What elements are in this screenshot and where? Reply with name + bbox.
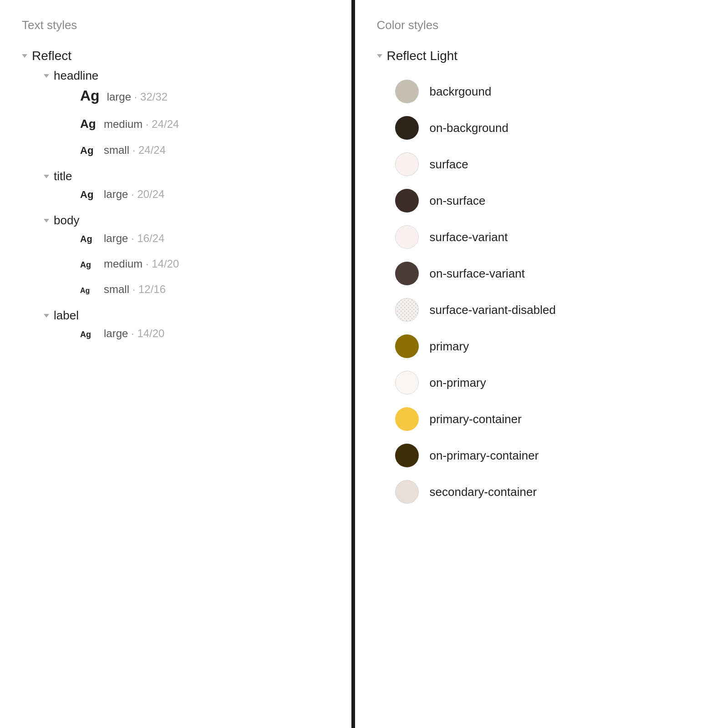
headline-small-item: Ag small · 24/24 [80, 144, 330, 157]
color-label-on-surface-variant: on-surface-variant [430, 267, 525, 281]
headline-small-ag: Ag [80, 145, 97, 157]
color-swatch-surface-variant [395, 225, 419, 249]
label-subsection: label Ag large · 14/20 [44, 308, 330, 340]
color-swatch-on-primary-container [395, 444, 419, 467]
color-label-on-background: on-background [430, 121, 508, 135]
title-title-row: title [44, 169, 330, 183]
color-item-surface-variant-disabled[interactable]: surface-variant-disabled [395, 298, 685, 322]
color-styles-panel: Color styles Reflect Light backrgound on… [355, 0, 706, 728]
color-label-primary-container: primary-container [430, 412, 522, 426]
color-label-surface-variant: surface-variant [430, 230, 508, 244]
panel-divider [351, 0, 355, 728]
label-label: label [54, 308, 79, 323]
color-swatch-primary [395, 334, 419, 358]
label-large-ag: Ag [80, 330, 97, 339]
color-label-on-surface: on-surface [430, 194, 486, 208]
body-large-ag: Ag [80, 234, 97, 244]
text-styles-header: Text styles [22, 18, 330, 32]
headline-label: headline [54, 69, 98, 83]
label-large-item: Ag large · 14/20 [80, 327, 330, 340]
headline-title-row: headline [44, 69, 330, 83]
color-label-on-primary: on-primary [430, 376, 486, 390]
color-label-primary: primary [430, 339, 469, 354]
body-small-info: small · 12/16 [104, 283, 166, 296]
color-swatch-surface-variant-disabled [395, 298, 419, 322]
reflect-light-section: Reflect Light backrgound on-background s… [377, 49, 685, 504]
headline-large-ag: Ag [80, 87, 100, 104]
color-item-primary-container[interactable]: primary-container [395, 407, 685, 431]
title-large-item: Ag large · 20/24 [80, 188, 330, 201]
color-item-background[interactable]: backrgound [395, 80, 685, 103]
color-swatch-surface [395, 152, 419, 176]
body-title-row: body [44, 213, 330, 228]
body-medium-ag: Ag [80, 260, 97, 270]
title-large-info: large · 20/24 [104, 188, 164, 201]
headline-medium-item: Ag medium · 24/24 [80, 117, 330, 131]
body-medium-item: Ag medium · 14/20 [80, 258, 330, 270]
color-item-on-surface[interactable]: on-surface [395, 189, 685, 212]
body-large-info: large · 16/24 [104, 232, 164, 245]
color-swatch-on-background [395, 116, 419, 140]
reflect-section-label: Reflect [32, 49, 71, 63]
color-item-secondary-container[interactable]: secondary-container [395, 480, 685, 504]
color-label-secondary-container: secondary-container [430, 485, 537, 499]
label-large-info: large · 14/20 [104, 327, 164, 340]
color-swatch-secondary-container [395, 480, 419, 504]
color-label-surface: surface [430, 157, 468, 172]
reflect-section-title-row: Reflect [22, 49, 330, 63]
color-item-on-background[interactable]: on-background [395, 116, 685, 140]
reflect-section: Reflect headline Ag large · 32/32 Ag med… [22, 49, 330, 340]
headline-chevron[interactable] [44, 74, 49, 78]
title-label: title [54, 169, 72, 183]
title-chevron[interactable] [44, 175, 49, 178]
text-styles-panel: Text styles Reflect headline Ag large · … [0, 0, 351, 728]
color-label-surface-variant-disabled: surface-variant-disabled [430, 303, 556, 317]
title-subsection: title Ag large · 20/24 [44, 169, 330, 201]
color-item-on-surface-variant[interactable]: on-surface-variant [395, 262, 685, 285]
color-swatch-background [395, 80, 419, 103]
label-title-row: label [44, 308, 330, 323]
color-swatch-on-surface-variant [395, 262, 419, 285]
headline-subsection: headline Ag large · 32/32 Ag medium · 24… [44, 69, 330, 157]
color-label-on-primary-container: on-primary-container [430, 449, 539, 463]
headline-large-item: Ag large · 32/32 [80, 87, 330, 104]
headline-large-info: large · 32/32 [107, 91, 168, 103]
body-small-ag: Ag [80, 287, 97, 295]
color-label-background: backrgound [430, 85, 492, 99]
body-chevron[interactable] [44, 219, 49, 222]
color-item-surface-variant[interactable]: surface-variant [395, 225, 685, 249]
color-swatch-on-primary [395, 371, 419, 394]
headline-small-info: small · 24/24 [104, 144, 166, 157]
reflect-light-label: Reflect Light [387, 49, 458, 63]
color-styles-header: Color styles [377, 18, 685, 32]
color-swatch-on-surface [395, 189, 419, 212]
reflect-chevron[interactable] [22, 54, 27, 58]
color-item-primary[interactable]: primary [395, 334, 685, 358]
body-large-item: Ag large · 16/24 [80, 232, 330, 245]
body-small-item: Ag small · 12/16 [80, 283, 330, 296]
body-medium-info: medium · 14/20 [104, 258, 179, 270]
reflect-light-header: Reflect Light [377, 49, 685, 63]
body-label: body [54, 213, 79, 228]
headline-medium-ag: Ag [80, 117, 97, 131]
color-item-on-primary-container[interactable]: on-primary-container [395, 444, 685, 467]
title-large-ag: Ag [80, 189, 97, 201]
reflect-light-chevron[interactable] [377, 54, 382, 58]
body-subsection: body Ag large · 16/24 Ag medium · 14/20 … [44, 213, 330, 296]
label-chevron[interactable] [44, 314, 49, 318]
color-item-on-primary[interactable]: on-primary [395, 371, 685, 394]
color-item-surface[interactable]: surface [395, 152, 685, 176]
color-swatch-primary-container [395, 407, 419, 431]
headline-medium-info: medium · 24/24 [104, 118, 179, 131]
